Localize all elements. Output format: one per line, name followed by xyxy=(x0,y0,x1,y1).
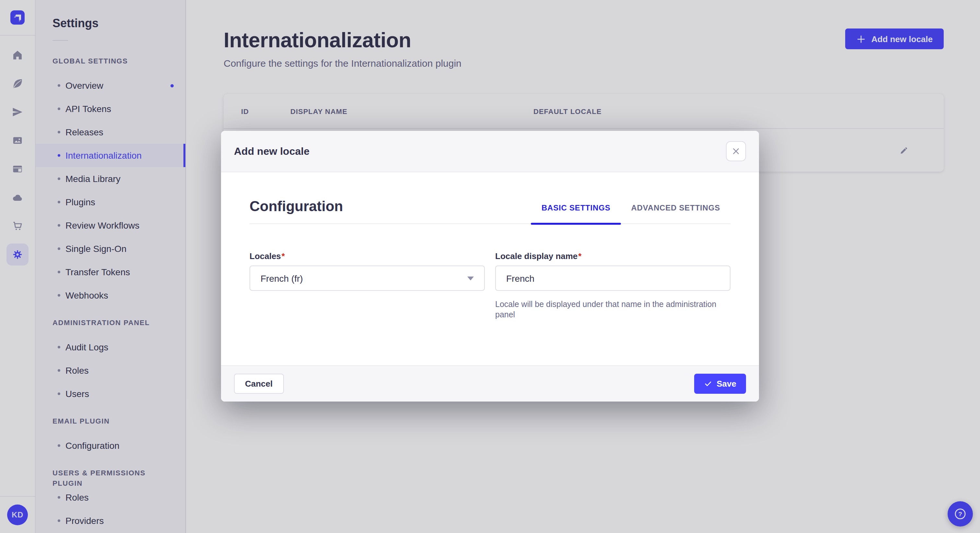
modal-body: Configuration BASIC SETTINGS ADVANCED SE… xyxy=(221,172,759,365)
check-icon xyxy=(703,379,712,388)
required-asterisk: * xyxy=(578,251,581,261)
locales-select[interactable]: French (fr) xyxy=(250,265,485,291)
cancel-button[interactable]: Cancel xyxy=(234,374,283,394)
required-asterisk: * xyxy=(282,251,285,261)
chevron-down-icon xyxy=(467,276,474,280)
modal-footer: Cancel Save xyxy=(221,365,759,401)
modal-header: Add new locale xyxy=(221,131,759,172)
display-name-input[interactable] xyxy=(495,265,730,291)
display-name-label: Locale display name* xyxy=(495,251,581,261)
app-window: KD Settings GLOBAL SETTINGS Overview API… xyxy=(0,0,980,533)
tab-advanced-settings[interactable]: ADVANCED SETTINGS xyxy=(620,203,730,224)
modal-title: Add new locale xyxy=(234,145,310,157)
add-locale-modal: Add new locale Configuration BASIC SETTI… xyxy=(221,131,759,401)
save-button[interactable]: Save xyxy=(694,374,746,394)
display-name-field: Locale display name* Locale will be disp… xyxy=(495,250,730,320)
display-name-helper-text: Locale will be displayed under that name… xyxy=(495,299,730,320)
locales-field: Locales* French (fr) xyxy=(250,250,485,320)
locales-label: Locales* xyxy=(250,251,285,261)
form-fields-row: Locales* French (fr) Locale display name… xyxy=(250,250,730,320)
close-icon xyxy=(732,147,740,155)
modal-close-button[interactable] xyxy=(726,141,746,161)
settings-tabs: BASIC SETTINGS ADVANCED SETTINGS xyxy=(531,203,730,224)
tab-basic-settings[interactable]: BASIC SETTINGS xyxy=(531,203,621,224)
locales-select-value: French (fr) xyxy=(261,273,303,283)
configuration-header: Configuration BASIC SETTINGS ADVANCED SE… xyxy=(250,172,730,224)
configuration-title: Configuration xyxy=(250,198,343,224)
